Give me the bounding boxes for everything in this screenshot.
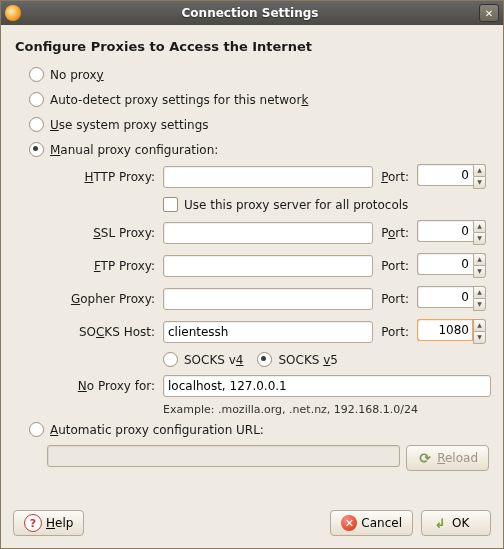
ssl-proxy-input[interactable] [163,222,373,244]
radio-auto-config-url[interactable] [29,422,44,437]
socks-port-label: Port: [379,325,411,339]
close-button[interactable]: ✕ [479,4,499,22]
dialog-footer: ?Help ✕Cancel ↲OK [1,500,503,548]
ssl-port-spinner[interactable]: ▲▼ [417,220,491,245]
radio-manual-proxy[interactable] [29,142,44,157]
radio-auto-detect-label[interactable]: Auto-detect proxy settings for this netw… [50,93,308,107]
ftp-port-label: Port: [379,259,411,273]
radio-socks-v5-label[interactable]: SOCKS v5 [278,353,338,367]
firefox-icon [5,5,21,21]
socks-host-input[interactable] [163,321,373,343]
gopher-proxy-input[interactable] [163,288,373,310]
no-proxy-for-input[interactable] [163,375,491,397]
connection-settings-dialog: Connection Settings ✕ Configure Proxies … [0,0,504,549]
ftp-port-input[interactable] [417,253,473,275]
gopher-port-label: Port: [379,292,411,306]
radio-socks-v5[interactable] [257,352,272,367]
help-icon: ? [24,514,42,532]
ok-button[interactable]: ↲OK [421,510,491,536]
spin-down-icon[interactable]: ▼ [473,176,486,189]
radio-no-proxy-label[interactable]: No proxy [50,68,104,82]
radio-socks-v4[interactable] [163,352,178,367]
http-port-spinner[interactable]: ▲▼ [417,164,491,189]
http-proxy-input[interactable] [163,166,373,188]
radio-auto-config-url-label[interactable]: Automatic proxy configuration URL: [50,423,264,437]
radio-auto-detect[interactable] [29,92,44,107]
ssl-port-label: Port: [379,226,411,240]
socks-port-spinner[interactable]: ▲▼ [417,319,491,344]
socks-host-label: SOCKS Host: [79,325,157,339]
help-button[interactable]: ?Help [13,510,84,536]
gopher-proxy-label: Gopher Proxy: [71,292,157,306]
window-title: Connection Settings [21,6,479,20]
gopher-port-spinner[interactable]: ▲▼ [417,286,491,311]
http-port-label: Port: [379,170,411,184]
ssl-proxy-label: SSL Proxy: [93,226,157,240]
no-proxy-for-label: No Proxy for: [78,379,157,393]
ftp-port-spinner[interactable]: ▲▼ [417,253,491,278]
http-port-input[interactable] [417,164,473,186]
ftp-proxy-label: FTP Proxy: [94,259,157,273]
reload-button: ⟳Reload [406,445,489,471]
no-proxy-example: Example: .mozilla.org, .net.nz, 192.168.… [163,403,491,416]
gopher-port-input[interactable] [417,286,473,308]
page-heading: Configure Proxies to Access the Internet [15,39,491,54]
use-proxy-for-all-label[interactable]: Use this proxy server for all protocols [184,198,408,212]
titlebar: Connection Settings ✕ [1,1,503,25]
cancel-button[interactable]: ✕Cancel [330,510,413,536]
ftp-proxy-input[interactable] [163,255,373,277]
cancel-icon: ✕ [341,515,357,531]
reload-icon: ⟳ [417,450,433,466]
http-proxy-label: HTTP Proxy: [84,170,157,184]
radio-system-proxy-label[interactable]: Use system proxy settings [50,118,209,132]
ok-icon: ↲ [432,515,448,531]
ssl-port-input[interactable] [417,220,473,242]
spin-up-icon[interactable]: ▲ [473,164,486,176]
radio-no-proxy[interactable] [29,67,44,82]
use-proxy-for-all-checkbox[interactable] [163,197,178,212]
radio-socks-v4-label[interactable]: SOCKS v4 [184,353,243,367]
radio-system-proxy[interactable] [29,117,44,132]
radio-manual-proxy-label[interactable]: Manual proxy configuration: [50,143,218,157]
auto-config-url-input [47,445,400,467]
socks-port-input[interactable] [417,319,473,341]
